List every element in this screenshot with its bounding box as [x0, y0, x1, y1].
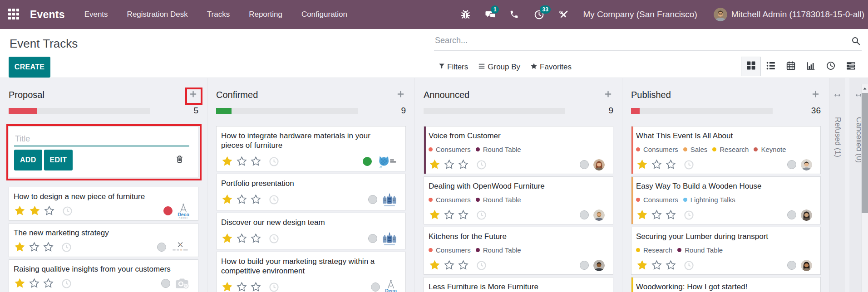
card-color-picker[interactable] [163, 206, 173, 215]
technical-tools-button[interactable] [558, 10, 568, 19]
star-empty-icon[interactable] [236, 156, 247, 167]
column-progress-bar[interactable] [9, 108, 150, 114]
tag-research[interactable]: Research [636, 246, 672, 254]
activity-clock-icon[interactable] [61, 242, 72, 253]
favorites-button[interactable]: Favorites [525, 63, 577, 72]
quick-create-edit-button[interactable]: EDIT [44, 150, 73, 170]
logo-mill[interactable] [171, 241, 190, 253]
star-empty-icon[interactable] [458, 159, 469, 170]
star-empty-icon[interactable] [250, 194, 261, 205]
activity-clock-icon[interactable] [62, 206, 73, 216]
star-filled-icon[interactable] [221, 156, 233, 167]
menu-events[interactable]: Events [75, 0, 118, 29]
activity-clock-icon[interactable] [269, 195, 279, 205]
column-quick-add-button[interactable] [395, 87, 406, 102]
menu-registration-desk[interactable]: Registration Desk [118, 0, 197, 29]
star-filled-icon[interactable] [636, 159, 648, 170]
card-color-picker[interactable] [787, 160, 796, 169]
star-filled-icon[interactable] [221, 233, 233, 244]
star-filled-icon[interactable] [221, 281, 233, 292]
logo-readymat[interactable] [382, 231, 397, 246]
kanban-card[interactable]: Voice from CustomerConsumersRound Table [424, 126, 613, 174]
activity-clock-icon[interactable] [269, 156, 279, 167]
star-filled-icon[interactable] [636, 209, 648, 221]
speaker-avatar[interactable] [801, 260, 812, 271]
activity-clock-icon[interactable] [476, 260, 487, 271]
speaker-avatar[interactable] [593, 209, 605, 221]
logo-gemini[interactable] [376, 155, 397, 168]
menu-tracks[interactable]: Tracks [197, 0, 239, 29]
star-filled-icon[interactable] [14, 205, 26, 217]
tag-sales[interactable]: Sales [683, 146, 708, 153]
tag-consumers[interactable]: Consumers [636, 146, 678, 153]
star-empty-icon[interactable] [665, 159, 676, 170]
column-quick-add-button[interactable] [810, 87, 821, 102]
card-color-picker[interactable] [580, 160, 589, 169]
star-filled-icon[interactable] [14, 277, 26, 289]
card-color-picker[interactable] [371, 282, 380, 292]
activity-clock-icon[interactable] [684, 210, 694, 220]
activity-clock-icon[interactable] [476, 160, 487, 170]
star-empty-icon[interactable] [651, 209, 662, 220]
logo-deco[interactable]: Deco Addict [177, 203, 190, 219]
activity-clock-icon[interactable] [684, 160, 694, 170]
kanban-card[interactable]: How to integrate hardware materials in y… [216, 126, 406, 171]
view-calendar-button[interactable] [781, 57, 801, 76]
activity-clock-icon[interactable] [476, 210, 487, 220]
group-by-button[interactable]: Group By [473, 63, 525, 72]
tag-research[interactable]: Research [712, 146, 749, 153]
card-color-picker[interactable] [787, 261, 796, 270]
logo-deco[interactable]: Deco Addict [385, 279, 397, 292]
folded-column-refused-[interactable]: Refused (1) [830, 78, 845, 292]
activity-clock-icon[interactable] [269, 282, 279, 292]
activity-clock-icon[interactable] [269, 234, 279, 244]
column-quick-add-button[interactable] [602, 87, 613, 102]
star-empty-icon[interactable] [444, 209, 455, 220]
menu-configuration[interactable]: Configuration [292, 0, 357, 29]
star-filled-icon[interactable] [636, 259, 648, 271]
column-progress-bar[interactable] [631, 108, 773, 114]
view-list-button[interactable] [761, 57, 781, 76]
activity-clock-icon[interactable] [61, 278, 72, 289]
tag-consumers[interactable]: Consumers [429, 146, 471, 153]
debug-bug-button[interactable] [460, 10, 470, 19]
star-empty-icon[interactable] [458, 260, 469, 271]
star-empty-icon[interactable] [236, 282, 247, 292]
star-empty-icon[interactable] [665, 260, 676, 271]
star-empty-icon[interactable] [665, 209, 676, 220]
star-empty-icon[interactable] [250, 156, 261, 167]
app-brand[interactable]: Events [26, 9, 69, 21]
star-filled-icon[interactable] [29, 205, 41, 217]
card-color-picker[interactable] [787, 210, 796, 219]
tag-round-table[interactable]: Round Table [476, 246, 521, 254]
tag-round-table[interactable]: Round Table [677, 246, 723, 254]
column-quick-add-button[interactable] [187, 87, 198, 102]
activity-clock-icon[interactable] [684, 260, 694, 271]
star-empty-icon[interactable] [44, 205, 55, 216]
kanban-card[interactable]: Portfolio presentation [216, 174, 406, 210]
view-activity-button[interactable] [821, 57, 841, 76]
star-filled-icon[interactable] [221, 194, 233, 205]
card-color-picker[interactable] [363, 157, 372, 166]
speaker-avatar[interactable] [593, 260, 605, 271]
star-empty-icon[interactable] [29, 242, 40, 253]
card-color-picker[interactable] [368, 195, 377, 204]
tag-consumers[interactable]: Consumers [429, 246, 471, 254]
star-empty-icon[interactable] [250, 282, 261, 292]
scrollbar-thumb[interactable] [862, 93, 868, 213]
kanban-card[interactable]: Easy Way To Build a Wooden HouseConsumer… [631, 176, 821, 224]
voip-phone-button[interactable] [509, 10, 519, 19]
view-gantt-button[interactable] [841, 57, 861, 76]
tag-keynote[interactable]: Keynote [754, 146, 786, 153]
tag-round-table[interactable]: Round Table [476, 196, 521, 204]
star-empty-icon[interactable] [43, 242, 54, 253]
star-empty-icon[interactable] [651, 260, 662, 271]
star-empty-icon[interactable] [250, 233, 261, 244]
star-empty-icon[interactable] [458, 209, 469, 220]
kanban-card[interactable]: Securing your Lumber during transportRes… [631, 227, 821, 275]
star-empty-icon[interactable] [444, 159, 455, 170]
search-input[interactable] [434, 31, 862, 50]
kanban-card[interactable]: Woodworking: How I got started! [631, 277, 821, 292]
tag-lightning-talks[interactable]: Lightning Talks [683, 196, 735, 204]
star-filled-icon[interactable] [429, 159, 441, 170]
